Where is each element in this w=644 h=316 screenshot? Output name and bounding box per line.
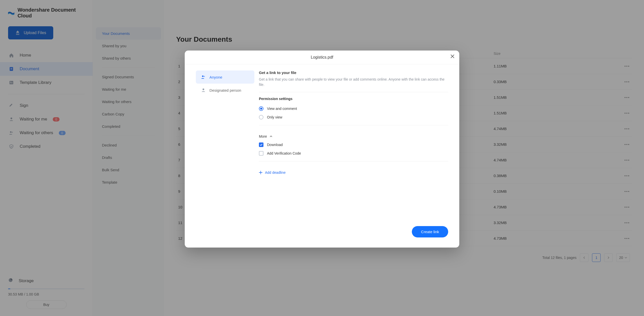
nav-waiting-for-others[interactable]: Waiting for others 0 [0,126,93,140]
sec-your-documents[interactable]: Your Documents [96,27,161,40]
create-link-button[interactable]: Create link [412,226,448,237]
verification-checkbox[interactable]: Add Verification Code [259,149,448,158]
pager-next[interactable] [604,253,613,262]
nav-template-library[interactable]: Template Library [0,76,93,89]
nav-template-library-label: Template Library [20,80,51,85]
row-more-icon[interactable]: ••• [624,189,630,193]
buy-storage-button[interactable]: Buy [26,300,67,309]
row-more-icon[interactable]: ••• [624,236,630,240]
share-tab-anyone-label: Anyone [209,75,222,79]
person-icon [201,88,206,93]
sec-waiting-me[interactable]: Waiting for me [96,83,161,95]
row-more-icon[interactable]: ••• [624,142,630,147]
storage-icon [8,278,13,284]
row-more-icon[interactable]: ••• [624,221,630,225]
storage-progress [8,288,85,289]
home-icon [9,53,14,58]
row-more-icon[interactable]: ••• [624,80,630,84]
permission-view-comment-label: View and comment [267,107,297,111]
nav-waiting-for-me[interactable]: Waiting for me 0 [0,112,93,126]
users-icon [9,130,14,136]
share-heading: Get a link to your file [259,70,448,75]
nav-sign[interactable]: Sign [0,99,93,112]
sec-drafts[interactable]: Drafts [96,151,161,164]
radio-icon [259,115,263,119]
footer-total: Total 12 files, 1 pages [542,256,576,260]
row-size: 4.73MB [494,236,610,240]
sec-template[interactable]: Template [96,176,161,188]
row-size: 0.10MB [494,189,610,193]
row-more-icon[interactable]: ••• [624,64,630,68]
plus-icon [259,171,262,174]
nav-waiting-others-label: Waiting for others [20,130,53,135]
chevron-up-icon [270,135,273,138]
svg-rect-1 [11,68,12,69]
close-icon[interactable] [450,54,455,60]
row-more-icon[interactable]: ••• [624,174,630,178]
nav-completed[interactable]: Completed [0,140,93,153]
permission-only-view-label: Only view [267,115,282,119]
row-more-icon[interactable]: ••• [624,95,630,100]
checkbox-empty-icon [259,151,263,156]
more-toggle[interactable]: More [259,130,448,138]
row-size: 3.32MB [494,221,610,225]
share-description: Get a link that you can share with peopl… [259,77,448,87]
row-more-icon[interactable]: ••• [624,127,630,131]
storage-label: Storage [19,278,34,283]
sec-declined[interactable]: Declined [96,139,161,151]
sec-bulk-send[interactable]: Bulk Send [96,164,161,176]
row-more-icon[interactable]: ••• [624,205,630,209]
sec-shared-by-you[interactable]: Shared by you [96,40,161,52]
svg-rect-2 [11,69,12,69]
sec-completed[interactable]: Completed [96,120,161,133]
modal-title: Logistics.pdf [311,55,333,59]
permission-only-view[interactable]: Only view [259,113,448,121]
sec-signed-documents[interactable]: Signed Documents [96,71,161,83]
waiting-me-badge: 0 [53,117,60,121]
sec-carbon-copy[interactable]: Carbon Copy [96,108,161,120]
pager-prev[interactable] [580,253,588,262]
row-size: 3.32MB [494,142,610,147]
row-size: 4.74MB [494,127,610,131]
permission-heading: Permission settings [259,97,448,101]
row-more-icon[interactable]: ••• [624,111,630,115]
sec-shared-by-others[interactable]: Shared by others [96,52,161,64]
share-tab-anyone[interactable]: Anyone [196,70,254,84]
add-deadline-button[interactable]: Add deadline [259,166,448,175]
page-title: Your Documents [176,35,632,43]
nav-home[interactable]: Home [0,48,93,62]
nav-sign-label: Sign [20,103,28,108]
share-tab-designated-label: Designated person [209,88,241,92]
row-size: 0.33MB [494,80,610,84]
row-size: 4.73MB [494,205,610,209]
share-tab-designated[interactable]: Designated person [196,84,254,97]
user-icon [9,116,14,122]
brand: Wondershare Document Cloud [0,0,93,25]
row-more-icon[interactable]: ••• [624,158,630,162]
svg-point-8 [12,132,13,133]
nav-waiting-me-label: Waiting for me [20,117,47,122]
share-modal: Logistics.pdf Anyone Designated person G… [185,51,459,248]
nav-document[interactable]: Document [0,62,93,76]
storage-text: 30.53 MB / 1.00 GB [8,292,85,296]
permission-view-comment[interactable]: View and comment [259,104,448,113]
page-size-select[interactable]: 20 [616,253,630,262]
checkbox-checked-icon [259,142,263,147]
row-size: 1.51MB [494,111,610,115]
upload-files-button[interactable]: Upload Files [8,26,53,39]
upload-icon [15,30,20,35]
svg-point-12 [203,88,204,90]
svg-point-11 [204,76,205,77]
row-size: 4.74MB [494,158,610,162]
sec-waiting-others[interactable]: Waiting for others [96,95,161,108]
template-icon [9,80,14,85]
waiting-others-badge: 0 [59,131,66,135]
svg-point-10 [202,76,204,77]
nav-document-label: Document [20,66,39,71]
svg-point-7 [10,131,12,133]
download-checkbox[interactable]: Download [259,138,448,149]
chevron-down-icon [625,256,627,259]
pager-page-1[interactable]: 1 [592,253,601,262]
svg-point-6 [11,117,12,119]
shield-check-icon [9,144,14,149]
